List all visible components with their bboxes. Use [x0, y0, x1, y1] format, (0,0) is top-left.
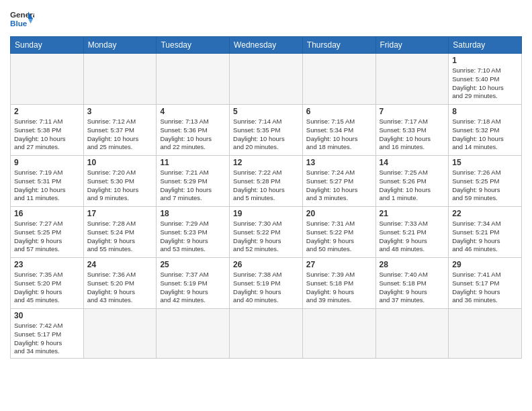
day-info: Sunrise: 7:39 AM Sunset: 5:18 PM Dayligh… [306, 271, 372, 305]
page: General Blue SundayMondayTuesdayWednesda… [0, 0, 532, 411]
calendar-cell [230, 54, 303, 105]
calendar-cell: 24Sunrise: 7:36 AM Sunset: 5:20 PM Dayli… [83, 258, 157, 309]
svg-marker-3 [28, 19, 33, 24]
calendar-cell: 27Sunrise: 7:39 AM Sunset: 5:18 PM Dayli… [302, 258, 375, 309]
calendar-cell: 1Sunrise: 7:10 AM Sunset: 5:40 PM Daylig… [449, 54, 522, 105]
calendar-cell: 20Sunrise: 7:31 AM Sunset: 5:22 PM Dayli… [302, 207, 375, 258]
calendar-table: SundayMondayTuesdayWednesdayThursdayFrid… [10, 36, 522, 359]
day-number: 13 [306, 158, 372, 167]
calendar-cell: 8Sunrise: 7:18 AM Sunset: 5:32 PM Daylig… [449, 105, 522, 156]
calendar-cell: 26Sunrise: 7:38 AM Sunset: 5:19 PM Dayli… [230, 258, 303, 309]
day-number: 19 [233, 209, 299, 218]
day-number: 3 [87, 107, 153, 116]
day-number: 6 [306, 107, 372, 116]
day-number: 5 [233, 107, 299, 116]
day-info: Sunrise: 7:19 AM Sunset: 5:31 PM Dayligh… [14, 169, 80, 203]
day-info: Sunrise: 7:30 AM Sunset: 5:22 PM Dayligh… [233, 220, 299, 254]
day-number: 25 [160, 260, 226, 269]
calendar-cell [83, 54, 157, 105]
calendar-cell: 14Sunrise: 7:25 AM Sunset: 5:26 PM Dayli… [375, 156, 449, 207]
calendar-cell: 13Sunrise: 7:24 AM Sunset: 5:27 PM Dayli… [302, 156, 375, 207]
day-info: Sunrise: 7:40 AM Sunset: 5:18 PM Dayligh… [380, 271, 445, 305]
day-info: Sunrise: 7:17 AM Sunset: 5:33 PM Dayligh… [380, 118, 445, 152]
logo: General Blue [10, 7, 34, 31]
logo-icon: General Blue [10, 7, 34, 31]
calendar-cell: 23Sunrise: 7:35 AM Sunset: 5:20 PM Dayli… [11, 258, 84, 309]
calendar-header-row: SundayMondayTuesdayWednesdayThursdayFrid… [11, 37, 522, 54]
calendar-cell: 5Sunrise: 7:14 AM Sunset: 5:35 PM Daylig… [230, 105, 303, 156]
day-info: Sunrise: 7:20 AM Sunset: 5:30 PM Dayligh… [87, 169, 153, 203]
day-info: Sunrise: 7:27 AM Sunset: 5:25 PM Dayligh… [14, 220, 80, 254]
day-header-friday: Friday [375, 37, 449, 54]
day-header-saturday: Saturday [449, 37, 522, 54]
calendar-cell: 4Sunrise: 7:13 AM Sunset: 5:36 PM Daylig… [157, 105, 230, 156]
day-info: Sunrise: 7:38 AM Sunset: 5:19 PM Dayligh… [233, 271, 299, 305]
calendar-cell [83, 309, 157, 359]
day-info: Sunrise: 7:14 AM Sunset: 5:35 PM Dayligh… [233, 118, 299, 152]
calendar-cell: 3Sunrise: 7:12 AM Sunset: 5:37 PM Daylig… [83, 105, 157, 156]
day-number: 10 [87, 158, 153, 167]
day-info: Sunrise: 7:21 AM Sunset: 5:29 PM Dayligh… [160, 169, 226, 203]
day-number: 2 [14, 107, 80, 116]
calendar-cell [302, 54, 375, 105]
day-header-monday: Monday [83, 37, 157, 54]
calendar-cell [375, 309, 449, 359]
day-number: 23 [14, 260, 80, 269]
day-info: Sunrise: 7:35 AM Sunset: 5:20 PM Dayligh… [14, 271, 80, 305]
day-info: Sunrise: 7:34 AM Sunset: 5:21 PM Dayligh… [452, 220, 518, 254]
day-info: Sunrise: 7:33 AM Sunset: 5:21 PM Dayligh… [380, 220, 445, 254]
calendar-cell [230, 309, 303, 359]
day-number: 12 [233, 158, 299, 167]
calendar-cell: 29Sunrise: 7:41 AM Sunset: 5:17 PM Dayli… [449, 258, 522, 309]
day-info: Sunrise: 7:42 AM Sunset: 5:17 PM Dayligh… [14, 322, 80, 356]
day-info: Sunrise: 7:11 AM Sunset: 5:38 PM Dayligh… [14, 118, 80, 152]
day-number: 30 [14, 311, 80, 320]
calendar-cell [157, 309, 230, 359]
day-number: 28 [380, 260, 445, 269]
day-info: Sunrise: 7:28 AM Sunset: 5:24 PM Dayligh… [87, 220, 153, 254]
calendar-cell: 21Sunrise: 7:33 AM Sunset: 5:21 PM Dayli… [375, 207, 449, 258]
calendar-cell: 9Sunrise: 7:19 AM Sunset: 5:31 PM Daylig… [11, 156, 84, 207]
day-header-sunday: Sunday [11, 37, 84, 54]
calendar-cell: 22Sunrise: 7:34 AM Sunset: 5:21 PM Dayli… [449, 207, 522, 258]
calendar-cell: 11Sunrise: 7:21 AM Sunset: 5:29 PM Dayli… [157, 156, 230, 207]
day-info: Sunrise: 7:36 AM Sunset: 5:20 PM Dayligh… [87, 271, 153, 305]
day-info: Sunrise: 7:10 AM Sunset: 5:40 PM Dayligh… [452, 66, 518, 101]
header: General Blue [10, 7, 522, 31]
calendar-week-row: 23Sunrise: 7:35 AM Sunset: 5:20 PM Dayli… [11, 258, 522, 309]
day-number: 16 [14, 209, 80, 218]
day-info: Sunrise: 7:22 AM Sunset: 5:28 PM Dayligh… [233, 169, 299, 203]
day-number: 26 [233, 260, 299, 269]
calendar-cell [302, 309, 375, 359]
day-number: 29 [452, 260, 518, 269]
day-number: 27 [306, 260, 372, 269]
calendar-cell: 6Sunrise: 7:15 AM Sunset: 5:34 PM Daylig… [302, 105, 375, 156]
calendar-cell: 7Sunrise: 7:17 AM Sunset: 5:33 PM Daylig… [375, 105, 449, 156]
day-number: 7 [380, 107, 445, 116]
day-info: Sunrise: 7:37 AM Sunset: 5:19 PM Dayligh… [160, 271, 226, 305]
day-number: 17 [87, 209, 153, 218]
day-info: Sunrise: 7:12 AM Sunset: 5:37 PM Dayligh… [87, 118, 153, 152]
day-number: 14 [380, 158, 445, 167]
calendar-cell: 2Sunrise: 7:11 AM Sunset: 5:38 PM Daylig… [11, 105, 84, 156]
day-info: Sunrise: 7:15 AM Sunset: 5:34 PM Dayligh… [306, 118, 372, 152]
day-info: Sunrise: 7:31 AM Sunset: 5:22 PM Dayligh… [306, 220, 372, 254]
day-number: 22 [452, 209, 518, 218]
calendar-cell: 25Sunrise: 7:37 AM Sunset: 5:19 PM Dayli… [157, 258, 230, 309]
calendar-week-row: 1Sunrise: 7:10 AM Sunset: 5:40 PM Daylig… [11, 54, 522, 105]
day-number: 18 [160, 209, 226, 218]
svg-text:Blue: Blue [10, 19, 28, 28]
calendar-cell [449, 309, 522, 359]
calendar-cell [11, 54, 84, 105]
day-number: 24 [87, 260, 153, 269]
day-number: 21 [380, 209, 445, 218]
day-info: Sunrise: 7:41 AM Sunset: 5:17 PM Dayligh… [452, 271, 518, 305]
day-number: 1 [452, 56, 518, 65]
day-number: 20 [306, 209, 372, 218]
day-header-thursday: Thursday [302, 37, 375, 54]
day-number: 8 [452, 107, 518, 116]
calendar-cell: 17Sunrise: 7:28 AM Sunset: 5:24 PM Dayli… [83, 207, 157, 258]
calendar-cell: 16Sunrise: 7:27 AM Sunset: 5:25 PM Dayli… [11, 207, 84, 258]
calendar-week-row: 2Sunrise: 7:11 AM Sunset: 5:38 PM Daylig… [11, 105, 522, 156]
day-header-tuesday: Tuesday [157, 37, 230, 54]
